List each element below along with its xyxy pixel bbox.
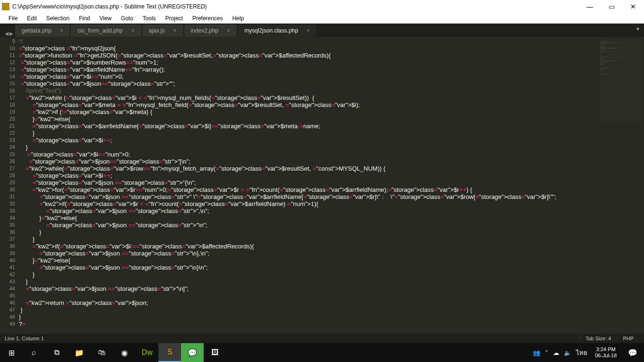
sublime-icon[interactable]: S	[158, 343, 181, 362]
tab-index2-php[interactable]: index2.php×	[184, 25, 237, 37]
people-icon[interactable]: 👥	[533, 349, 540, 356]
onedrive-icon[interactable]: ☁	[553, 349, 559, 356]
taskbar-clock[interactable]: 3:24 PM 06-Jul-18	[590, 346, 621, 359]
menu-tools[interactable]: Tools	[138, 15, 161, 22]
system-tray[interactable]: 👥 ˄ ☁ 🔈 ไทย	[533, 348, 590, 358]
tab-label: cio_form_add.php	[77, 27, 123, 34]
menu-find[interactable]: Find	[74, 15, 94, 22]
app-icon	[2, 3, 9, 10]
tab-nav-back-icon[interactable]: ◀	[5, 31, 8, 37]
taskbar-date: 06-Jul-18	[595, 353, 617, 359]
menu-preferences[interactable]: Preferences	[188, 15, 228, 22]
windows-taskbar: ⊞ ⌕ ⧉ 📁 🛍 ◉ Dw S 💬 🖼 👥 ˄ ☁ 🔈 ไทย 3:24 PM…	[0, 343, 644, 362]
code-area[interactable]: */="storage">class ="fn">mysql2json{="st…	[19, 37, 644, 334]
chrome-icon[interactable]: ◉	[113, 343, 136, 362]
tab-close-icon[interactable]: ×	[306, 27, 310, 34]
status-cursor-position: Line 1, Column 1	[5, 336, 579, 341]
store-icon[interactable]: 🛍	[91, 343, 113, 362]
tab-ajax-js[interactable]: ajax.js×	[142, 25, 183, 37]
statusbar: Line 1, Column 1 Tab Size: 4 PHP	[0, 334, 644, 343]
tab-mysql2json-class-php[interactable]: mysql2json.class.php×	[238, 25, 316, 37]
start-button[interactable]: ⊞	[0, 343, 23, 362]
maximize-button[interactable]: ▭	[601, 0, 622, 13]
menu-goto[interactable]: Goto	[116, 15, 138, 22]
tab-getdata-php[interactable]: getdata.php×	[15, 25, 70, 37]
status-tab-size[interactable]: Tab Size: 4	[579, 336, 617, 341]
tab-nav-forward-icon[interactable]: ▶	[9, 31, 13, 37]
status-language[interactable]: PHP	[617, 336, 639, 341]
menu-file[interactable]: File	[4, 15, 22, 22]
photos-icon[interactable]: 🖼	[204, 343, 226, 362]
notifications-icon[interactable]: 💬	[621, 343, 644, 362]
tab-close-icon[interactable]: ×	[173, 27, 177, 34]
tab-label: index2.php	[191, 27, 219, 34]
menu-selection[interactable]: Selection	[41, 15, 74, 22]
task-view-icon[interactable]: ⧉	[45, 343, 68, 362]
tab-label: ajax.js	[149, 27, 165, 34]
tray-chevron-icon[interactable]: ˄	[545, 349, 548, 356]
file-explorer-icon[interactable]: 📁	[68, 343, 91, 362]
search-icon[interactable]: ⌕	[23, 343, 45, 362]
menu-help[interactable]: Help	[228, 15, 249, 22]
tab-close-icon[interactable]: ×	[227, 27, 230, 34]
taskbar-time: 3:24 PM	[595, 346, 617, 353]
tab-label: getdata.php	[22, 27, 51, 34]
tab-close-icon[interactable]: ×	[60, 27, 63, 34]
tab-cio_form_add-php[interactable]: cio_form_add.php×	[71, 25, 141, 37]
line-app-icon[interactable]: 💬	[181, 343, 204, 362]
line-number-gutter: 9101112131415161718192021222324252627282…	[0, 37, 19, 334]
tab-overflow-icon[interactable]: ▼	[636, 26, 640, 32]
editor[interactable]: 9101112131415161718192021222324252627282…	[0, 37, 644, 334]
tab-row: ◀ ▶ getdata.php×cio_form_add.php×ajax.js…	[0, 24, 644, 37]
menu-view[interactable]: View	[95, 15, 116, 22]
tab-label: mysql2json.class.php	[244, 27, 298, 34]
close-button[interactable]: ✕	[622, 0, 644, 13]
window-titlebar: C:\AppServ\www\cio\mysql2json.class.php …	[0, 0, 644, 13]
window-title: C:\AppServ\www\cio\mysql2json.class.php …	[12, 3, 579, 10]
ime-language[interactable]: ไทย	[576, 348, 587, 358]
volume-icon[interactable]: 🔈	[564, 349, 571, 356]
menubar: FileEditSelectionFindViewGotoToolsProjec…	[0, 13, 644, 24]
minimap[interactable]: */class mysql2json{function getJSON($res…	[600, 39, 642, 123]
minimize-button[interactable]: —	[579, 0, 601, 13]
dreamweaver-icon[interactable]: Dw	[136, 343, 158, 362]
menu-edit[interactable]: Edit	[22, 15, 41, 22]
tab-close-icon[interactable]: ×	[132, 27, 135, 34]
menu-project[interactable]: Project	[161, 15, 188, 22]
